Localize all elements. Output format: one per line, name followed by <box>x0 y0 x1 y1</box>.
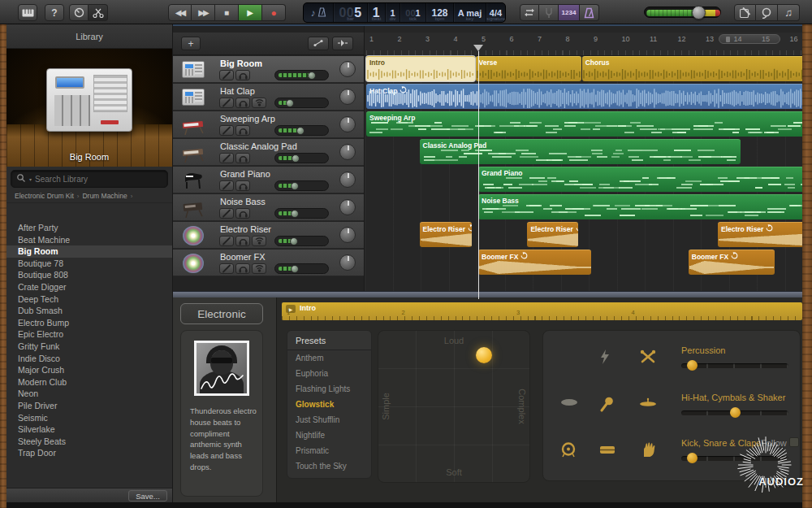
region-audio-orange[interactable]: Boomer FX <box>478 250 591 275</box>
library-item[interactable]: Major Crush <box>6 364 172 376</box>
mute-button[interactable] <box>219 125 234 136</box>
metronome-button[interactable] <box>580 4 599 21</box>
volume-handle[interactable] <box>292 154 300 163</box>
library-search[interactable]: ▾ <box>11 170 168 188</box>
track-header[interactable]: Grand Piano <box>173 167 364 193</box>
track-volume-slider[interactable] <box>274 153 329 163</box>
breadcrumb[interactable]: Electronic Drum Kit›Drum Machine› <box>6 188 172 203</box>
pan-knob[interactable] <box>339 144 356 160</box>
pad-icon[interactable] <box>555 393 582 415</box>
hand-clap-icon[interactable] <box>634 438 662 461</box>
volume-handle[interactable] <box>291 265 299 273</box>
pan-knob[interactable] <box>339 116 356 132</box>
library-item[interactable]: Crate Digger <box>6 281 172 293</box>
region-midi[interactable]: Noise Bass <box>478 194 802 219</box>
library-item[interactable]: Electro Bump <box>6 317 172 329</box>
track-volume-slider[interactable] <box>274 180 329 191</box>
library-item[interactable]: Indie Disco <box>6 353 172 365</box>
solo-button[interactable] <box>235 236 250 246</box>
region-audio-orange[interactable]: Electro Riser <box>718 222 802 247</box>
track-volume-slider[interactable] <box>274 208 329 219</box>
track-header[interactable]: Hat Clap <box>173 84 364 111</box>
solo-button[interactable] <box>235 98 250 108</box>
library-item[interactable]: Pile Driver <box>6 400 172 412</box>
volume-handle[interactable] <box>286 99 294 107</box>
mute-button[interactable] <box>219 98 234 108</box>
volume-handle[interactable] <box>308 72 316 80</box>
library-item[interactable]: Beat Machine <box>6 234 172 246</box>
mute-button[interactable] <box>219 70 234 80</box>
region-midi[interactable]: Classic Analog Pad <box>420 139 741 164</box>
track-volume-slider[interactable] <box>274 70 329 80</box>
maraca-icon[interactable] <box>594 393 621 415</box>
preset-item[interactable]: Flashing Lights <box>287 381 371 397</box>
follow-checkbox[interactable] <box>789 437 799 447</box>
track-volume-slider[interactable] <box>274 236 329 246</box>
count-in-button[interactable]: 1234 <box>559 4 580 21</box>
snare-drum-icon[interactable] <box>594 438 621 461</box>
library-item[interactable]: Boutique 78 <box>6 258 172 270</box>
cymbal-icon[interactable] <box>634 393 662 415</box>
mute-button[interactable] <box>219 236 234 246</box>
drumsticks-icon[interactable] <box>634 345 662 368</box>
lcd-tempo[interactable]: 128 bpm <box>426 3 454 22</box>
solo-button[interactable] <box>235 208 250 219</box>
mixer-slider-handle[interactable] <box>730 407 741 418</box>
preset-item[interactable]: Anthem <box>287 350 371 366</box>
input-monitor-button[interactable] <box>252 263 266 274</box>
volume-handle[interactable] <box>290 237 298 245</box>
mute-button[interactable] <box>219 208 234 219</box>
region-midi[interactable]: Grand Piano <box>478 167 802 192</box>
smart-controls-button[interactable] <box>69 4 89 21</box>
volume-handle[interactable] <box>296 127 304 135</box>
stop-button[interactable]: ■ <box>215 4 239 21</box>
region-drummer[interactable]: Chorus <box>582 56 802 81</box>
lightning-icon[interactable] <box>594 345 621 368</box>
play-button[interactable]: ▶ <box>239 4 262 21</box>
record-button[interactable]: ● <box>262 4 286 21</box>
tuner-button[interactable] <box>539 4 559 21</box>
xy-puck[interactable] <box>476 347 492 363</box>
rewind-button[interactable]: ◀◀ <box>168 4 192 21</box>
track-header[interactable]: Classic Analog Pad <box>173 139 364 166</box>
track-volume-slider[interactable] <box>274 98 329 108</box>
library-item[interactable]: Deep Tech <box>6 293 172 306</box>
lcd-mode-section[interactable]: ♪ <box>304 3 334 22</box>
mixer-slider[interactable] <box>681 363 788 368</box>
xy-pad[interactable]: Loud Soft Simple Complex <box>378 330 530 483</box>
solo-button[interactable] <box>235 180 250 191</box>
kick-drum-icon[interactable] <box>555 438 582 461</box>
preset-item[interactable]: Prismatic <box>287 443 371 458</box>
mini-timeline[interactable]: ▶ Intro 1234 <box>282 302 802 320</box>
breadcrumb-item[interactable]: Electronic Drum Kit <box>15 192 74 200</box>
help-button[interactable]: ? <box>45 4 64 21</box>
pan-knob[interactable] <box>339 172 356 188</box>
mute-button[interactable] <box>219 180 234 191</box>
panel-divider[interactable] <box>173 291 802 297</box>
mixer-slider-handle[interactable] <box>687 453 698 463</box>
lcd-signature[interactable]: 4/4 signature <box>486 3 505 22</box>
pan-knob[interactable] <box>339 254 356 271</box>
zoom-slider[interactable] <box>719 34 780 44</box>
track-header[interactable]: Sweeping Arp <box>173 111 364 138</box>
mixer-slider[interactable] <box>681 456 788 461</box>
lcd-key[interactable]: A maj key <box>454 3 486 22</box>
track-header[interactable]: Noise Bass <box>173 194 364 221</box>
track-header[interactable]: Electro Riser <box>173 222 364 249</box>
pan-knob[interactable] <box>339 61 356 77</box>
solo-button[interactable] <box>235 153 250 163</box>
region-audio-blue[interactable]: Hat Clap <box>366 84 802 109</box>
mute-button[interactable] <box>219 263 234 274</box>
preset-item[interactable]: Nightlife <box>287 428 371 443</box>
save-button[interactable]: Save... <box>128 490 167 501</box>
timeline-ruler[interactable]: 12345678910111213141516 <box>365 33 802 56</box>
library-item[interactable]: Silverlake <box>6 423 172 436</box>
track-volume-slider[interactable] <box>274 263 329 274</box>
region-drummer[interactable]: Intro <box>366 56 475 81</box>
input-monitor-button[interactable] <box>252 98 266 108</box>
mixer-slider-handle[interactable] <box>687 360 698 371</box>
playhead-marker[interactable] <box>473 45 483 56</box>
library-item[interactable]: Seismic <box>6 412 172 424</box>
preset-item[interactable]: Glowstick <box>287 397 371 412</box>
breadcrumb-item[interactable]: Drum Machine <box>82 192 127 200</box>
